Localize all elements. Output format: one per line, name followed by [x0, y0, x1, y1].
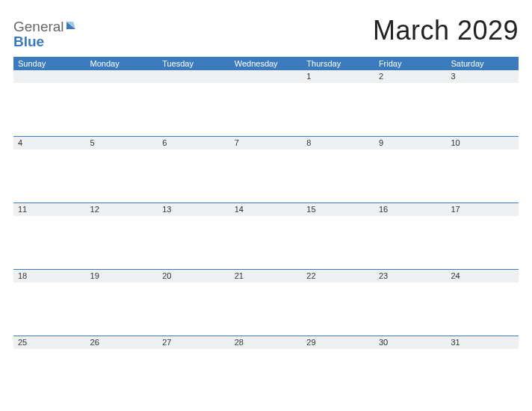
- day-number: 2: [374, 70, 447, 83]
- day-cell: 13: [158, 203, 230, 269]
- calendar-grid: 1 2 3 4 5 6 7 8 9 10 11 12 13 14 15 16 1…: [13, 70, 519, 402]
- day-number: 20: [158, 270, 230, 282]
- day-cell: 17: [446, 203, 519, 269]
- day-number: 11: [13, 203, 86, 216]
- day-number: 21: [230, 270, 303, 282]
- day-cell: 23: [374, 270, 447, 336]
- day-cell: [158, 70, 230, 136]
- day-cell: 2: [374, 70, 447, 136]
- day-number: 28: [230, 336, 303, 349]
- day-number: 31: [446, 336, 519, 349]
- day-number: [86, 70, 158, 83]
- week-row: 25 26 27 28 29 30 31: [13, 336, 519, 402]
- day-number: 30: [374, 336, 447, 349]
- day-cell: 19: [86, 270, 158, 336]
- day-number: 15: [302, 203, 374, 216]
- page-title: March 2029: [373, 15, 519, 46]
- day-cell: 28: [230, 336, 303, 402]
- week-row: 18 19 20 21 22 23 24: [13, 269, 519, 336]
- day-cell: 25: [13, 336, 86, 402]
- day-number: 29: [302, 336, 374, 349]
- day-number: [158, 70, 230, 83]
- day-cell: 10: [446, 137, 519, 203]
- logo-text-general: General: [13, 19, 64, 34]
- day-number: 4: [13, 137, 86, 149]
- day-number: 23: [374, 270, 447, 282]
- day-cell: 24: [446, 270, 519, 336]
- day-cell: [86, 70, 158, 136]
- day-cell: 15: [302, 203, 374, 269]
- day-number: 18: [13, 270, 86, 282]
- day-cell: 4: [13, 137, 86, 203]
- day-number: 5: [86, 137, 158, 149]
- day-number: 1: [302, 70, 374, 83]
- day-number: 24: [446, 270, 519, 282]
- day-number: 14: [230, 203, 303, 216]
- header: General Blue March 2029: [13, 15, 519, 49]
- day-cell: 30: [374, 336, 447, 402]
- day-number: 12: [86, 203, 158, 216]
- day-cell: 3: [446, 70, 519, 136]
- day-number: 6: [158, 137, 230, 149]
- day-header: Monday: [86, 57, 158, 70]
- day-number: 13: [158, 203, 230, 216]
- day-cell: [13, 70, 86, 136]
- day-cell: 7: [230, 137, 303, 203]
- logo-text-blue: Blue: [13, 34, 44, 49]
- day-number: 9: [374, 137, 447, 149]
- day-cell: 9: [374, 137, 447, 203]
- day-cell: 22: [302, 270, 374, 336]
- day-cell: 6: [158, 137, 230, 203]
- day-number: 3: [446, 70, 519, 83]
- day-number: 7: [230, 137, 303, 149]
- day-cell: 11: [13, 203, 86, 269]
- day-cell: 20: [158, 270, 230, 336]
- logo-triangle-icon: [66, 21, 76, 34]
- day-headers-row: Sunday Monday Tuesday Wednesday Thursday…: [13, 57, 519, 70]
- day-number: [13, 70, 86, 83]
- day-cell: 5: [86, 137, 158, 203]
- day-number: 22: [302, 270, 374, 282]
- logo: General Blue: [13, 19, 76, 49]
- day-cell: 14: [230, 203, 303, 269]
- day-number: 16: [374, 203, 447, 216]
- day-header: Sunday: [13, 57, 86, 70]
- day-header: Wednesday: [230, 57, 303, 70]
- day-number: [230, 70, 303, 83]
- day-cell: 8: [302, 137, 374, 203]
- day-cell: 12: [86, 203, 158, 269]
- day-number: 19: [86, 270, 158, 282]
- week-row: 11 12 13 14 15 16 17: [13, 203, 519, 269]
- day-number: 17: [446, 203, 519, 216]
- day-number: 25: [13, 336, 86, 349]
- week-row: 4 5 6 7 8 9 10: [13, 136, 519, 203]
- day-number: 27: [158, 336, 230, 349]
- day-number: 10: [446, 137, 519, 149]
- day-cell: 18: [13, 270, 86, 336]
- day-cell: [230, 70, 303, 136]
- day-cell: 16: [374, 203, 447, 269]
- day-cell: 21: [230, 270, 303, 336]
- day-header: Tuesday: [158, 57, 230, 70]
- week-row: 1 2 3: [13, 70, 519, 136]
- day-header: Saturday: [446, 57, 519, 70]
- day-cell: 31: [446, 336, 519, 402]
- day-cell: 29: [302, 336, 374, 402]
- day-header: Friday: [374, 57, 447, 70]
- day-cell: 26: [86, 336, 158, 402]
- day-number: 26: [86, 336, 158, 349]
- day-number: 8: [302, 137, 374, 149]
- day-cell: 1: [302, 70, 374, 136]
- day-cell: 27: [158, 336, 230, 402]
- day-header: Thursday: [302, 57, 374, 70]
